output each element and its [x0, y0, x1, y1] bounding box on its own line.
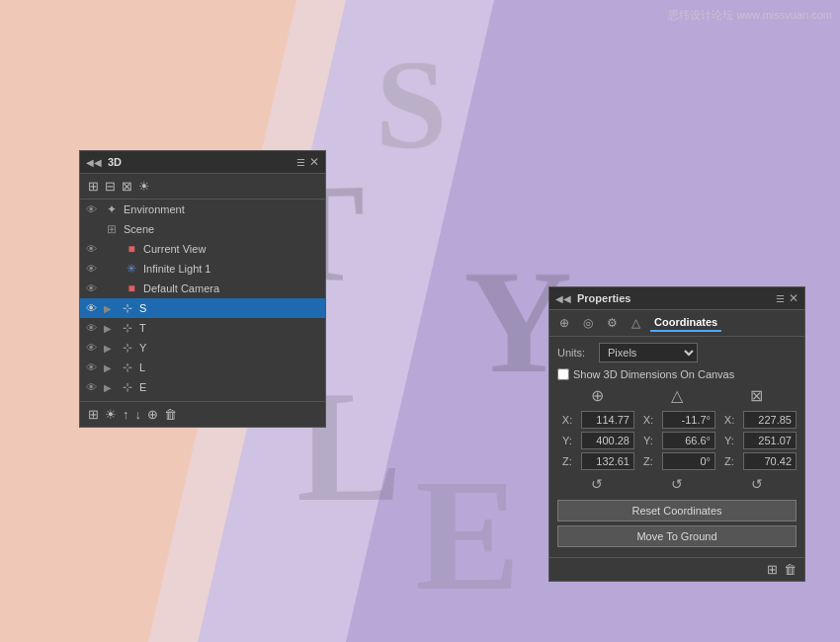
props-bottom-icon-1[interactable]: ⊞: [767, 562, 778, 577]
coord-grid: X: X: X: Y: Y: Y: Z: Z: Z:: [557, 411, 797, 470]
move-to-ground-button[interactable]: Move To Ground: [557, 525, 797, 547]
x-rot-input[interactable]: [662, 411, 715, 429]
props-tab-4[interactable]: △: [628, 314, 644, 332]
units-row: Units: Pixels Inches Centimeters: [557, 343, 797, 362]
x-scale-label: X:: [719, 414, 739, 426]
x-pos-input[interactable]: [581, 411, 634, 429]
toolbar-icon-3[interactable]: ⊠: [122, 179, 132, 194]
props-body: Units: Pixels Inches Centimeters Show 3D…: [549, 337, 804, 557]
eye-icon-t[interactable]: 👁: [86, 322, 100, 334]
item-label-e: E: [139, 381, 319, 393]
toolbar-icon-2[interactable]: ⊟: [105, 179, 116, 194]
item-icon-default-camera: ■: [124, 281, 139, 295]
props-tab-3[interactable]: ⚙: [603, 314, 622, 332]
props-tab-1[interactable]: ⊕: [555, 314, 573, 332]
item-label-infinite-light-1: Infinite Light 1: [143, 263, 319, 275]
props-menu[interactable]: ☰: [776, 293, 785, 304]
eye-icon-infinite-light-1[interactable]: 👁: [86, 263, 100, 275]
bottom-icon-5[interactable]: ⊕: [147, 407, 158, 422]
toolbar-icon-1[interactable]: ⊞: [88, 179, 99, 194]
item-icon-e: ⊹: [120, 380, 135, 394]
tab-coordinates[interactable]: Coordinates: [650, 314, 721, 332]
props-collapse[interactable]: ◀◀: [555, 293, 571, 304]
y-pos-input[interactable]: [581, 432, 634, 449]
props-bottom: ⊞ 🗑: [549, 557, 804, 581]
expand-arrow-s[interactable]: ▶: [104, 303, 116, 314]
show-3d-dimensions-row: Show 3D Dimensions On Canvas: [557, 368, 797, 380]
reset-scale-icon[interactable]: ↺: [751, 476, 763, 492]
z-pos-input[interactable]: [581, 452, 634, 470]
eye-icon-default-camera[interactable]: 👁: [86, 282, 100, 294]
item-icon-infinite-light-1: ✳: [124, 262, 139, 276]
tree-item-e[interactable]: 👁 ▶ ⊹ E: [80, 377, 325, 397]
show-3d-dimensions-label: Show 3D Dimensions On Canvas: [573, 368, 734, 380]
eye-icon-scene[interactable]: 👁: [86, 223, 100, 235]
x-pos-label: X:: [557, 414, 577, 426]
tree-item-s[interactable]: 👁 ▶ ⊹ S: [80, 298, 325, 318]
panel-3d-title: 3D: [108, 156, 122, 168]
z-rot-label: Z:: [638, 455, 658, 467]
reset-coordinates-button[interactable]: Reset Coordinates: [557, 500, 797, 522]
eye-icon-environment[interactable]: 👁: [86, 203, 100, 215]
expand-arrow-e[interactable]: ▶: [104, 382, 116, 393]
eye-icon-l[interactable]: 👁: [86, 361, 100, 373]
x-scale-input[interactable]: [743, 411, 797, 429]
bottom-icon-4[interactable]: ↓: [135, 407, 142, 422]
z-pos-label: Z:: [557, 455, 577, 467]
props-header: ◀◀ Properties ☰ ✕: [549, 287, 804, 310]
panel-3d-header: ◀◀ 3D ☰ ✕: [80, 151, 325, 174]
tree-item-scene[interactable]: 👁 ⊞ Scene: [80, 219, 325, 239]
item-label-t: T: [139, 322, 319, 334]
eye-icon-e[interactable]: 👁: [86, 381, 100, 393]
props-bottom-icon-delete[interactable]: 🗑: [784, 562, 797, 577]
y-rot-input[interactable]: [662, 432, 715, 449]
tree-item-y[interactable]: 👁 ▶ ⊹ Y: [80, 338, 325, 358]
z-scale-label: Z:: [719, 455, 739, 467]
item-icon-l: ⊹: [120, 361, 135, 374]
show-3d-dimensions-checkbox[interactable]: [557, 368, 569, 380]
tree-item-environment[interactable]: 👁 ✦ Environment: [80, 200, 325, 219]
item-label-default-camera: Default Camera: [143, 282, 319, 294]
panel-3d-menu[interactable]: ☰: [296, 157, 305, 168]
tree-item-l[interactable]: 👁 ▶ ⊹ L: [80, 358, 325, 377]
tree-item-t[interactable]: 👁 ▶ ⊹ T: [80, 318, 325, 338]
coord-icons-row: ⊕ △ ⊠: [557, 386, 797, 405]
tree-item-current-view[interactable]: 👁 ■ Current View: [80, 239, 325, 259]
reset-icons-row: ↺ ↺ ↺: [557, 476, 797, 492]
units-select[interactable]: Pixels Inches Centimeters: [599, 343, 698, 362]
props-tabs: ⊕ ◎ ⚙ △ Coordinates: [549, 310, 804, 337]
y-scale-label: Y:: [719, 435, 739, 446]
tree-item-infinite-light-1[interactable]: 👁 ✳ Infinite Light 1: [80, 259, 325, 279]
z-rot-input[interactable]: [662, 452, 715, 470]
expand-arrow-y[interactable]: ▶: [104, 343, 116, 354]
panel-3d-bottom: ⊞ ☀ ↑ ↓ ⊕ 🗑: [80, 401, 325, 427]
panel-3d-close[interactable]: ✕: [309, 155, 319, 169]
bottom-icon-delete[interactable]: 🗑: [164, 407, 177, 422]
coord-icon-position: ⊕: [567, 386, 627, 405]
eye-icon-s[interactable]: 👁: [86, 302, 100, 314]
reset-pos-icon[interactable]: ↺: [591, 476, 603, 492]
reset-rot-icon[interactable]: ↺: [671, 476, 683, 492]
eye-icon-current-view[interactable]: 👁: [86, 243, 100, 255]
eye-icon-y[interactable]: 👁: [86, 342, 100, 354]
bottom-icon-1[interactable]: ⊞: [88, 407, 99, 422]
item-icon-y: ⊹: [120, 341, 135, 355]
bottom-icon-2[interactable]: ☀: [105, 407, 117, 422]
y-scale-input[interactable]: [743, 432, 797, 449]
item-label-scene: Scene: [124, 223, 319, 235]
panel-3d-toolbar: ⊞ ⊟ ⊠ ☀: [80, 174, 325, 200]
expand-arrow-l[interactable]: ▶: [104, 362, 116, 373]
props-tab-2[interactable]: ◎: [579, 314, 597, 332]
item-icon-scene: ⊞: [104, 222, 120, 236]
z-scale-input[interactable]: [743, 452, 797, 470]
bottom-icon-3[interactable]: ↑: [123, 407, 129, 422]
tree-item-default-camera[interactable]: 👁 ■ Default Camera: [80, 279, 325, 298]
props-close[interactable]: ✕: [789, 291, 798, 305]
item-label-l: L: [139, 361, 319, 373]
coord-icon-rotation: △: [647, 386, 707, 405]
toolbar-icon-4[interactable]: ☀: [138, 179, 150, 194]
item-icon-current-view: ■: [124, 242, 139, 256]
item-label-environment: Environment: [124, 203, 319, 215]
panel-3d-collapse[interactable]: ◀◀: [86, 157, 102, 168]
expand-arrow-t[interactable]: ▶: [104, 323, 116, 334]
